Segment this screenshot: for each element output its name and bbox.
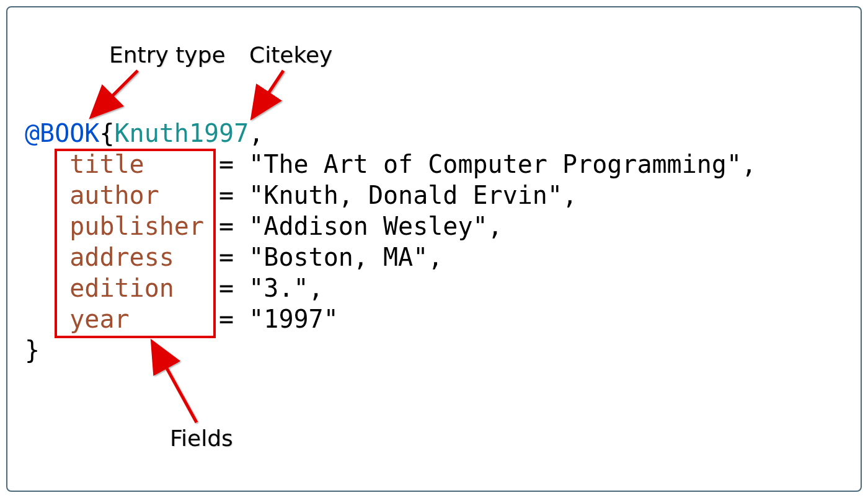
fields-highlight-box: [55, 149, 216, 338]
quote: ": [249, 305, 264, 333]
field-value-author: Knuth, Donald Ervin: [264, 181, 547, 209]
quote: ": [547, 181, 562, 209]
quote: ": [249, 212, 264, 240]
field-value-title: The Art of Computer Programming: [264, 150, 727, 178]
comma: ,: [428, 243, 443, 271]
field-value-address: Boston, MA: [264, 243, 413, 271]
diagram-container: Entry type Citekey Fields: [6, 6, 862, 492]
entry-type-at: @: [25, 119, 40, 147]
quote: ": [413, 243, 428, 271]
arrow-entry-type-icon: [69, 63, 150, 125]
comma: ,: [742, 150, 756, 178]
quote: ": [473, 212, 488, 240]
annotation-fields: Fields: [170, 426, 233, 451]
quote: ": [727, 150, 742, 178]
quote: ": [249, 181, 264, 209]
close-brace: }: [25, 336, 40, 364]
field-value-publisher: Addison Wesley: [264, 212, 472, 240]
arrow-citekey-icon: [237, 63, 299, 125]
quote: ": [249, 274, 264, 302]
entry-type-value: BOOK: [40, 119, 99, 147]
quote: ": [294, 274, 309, 302]
quote: ": [249, 243, 264, 271]
field-value-year: 1997: [264, 305, 323, 333]
comma: ,: [488, 212, 503, 240]
svg-line-3: [255, 71, 283, 113]
comma: ,: [309, 274, 324, 302]
quote: ": [249, 150, 264, 178]
comma: ,: [249, 119, 264, 147]
annotation-citekey: Citekey: [249, 42, 332, 68]
open-brace: {: [99, 119, 114, 147]
svg-line-1: [95, 71, 138, 113]
field-value-edition: 3.: [264, 274, 293, 302]
citekey-value: Knuth1997: [115, 119, 249, 147]
quote: ": [324, 305, 339, 333]
comma: ,: [562, 181, 577, 209]
annotation-entry-type: Entry type: [109, 42, 226, 68]
